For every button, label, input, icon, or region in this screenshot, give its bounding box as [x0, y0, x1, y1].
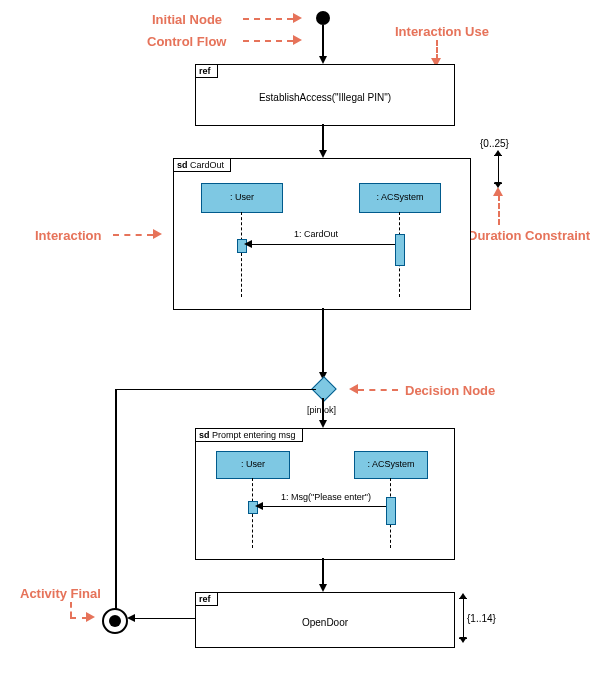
duration-constraint-1-arr-up: [494, 150, 502, 156]
edge-decision-to-final-h: [116, 389, 316, 390]
activation-acsystem-sd2: [386, 497, 396, 525]
duration-constraint-2-text: {1..14}: [467, 613, 496, 624]
edge-initial-to-ref1-arrow: [319, 56, 327, 64]
frame-ref2-text: OpenDoor: [196, 617, 454, 628]
frame-ref2-tab: ref: [195, 592, 218, 606]
pointer-duration-constraint-line: [498, 195, 500, 225]
pointer-decision-node-line: [358, 389, 398, 391]
edge-decision-to-final-v: [115, 389, 117, 613]
pointer-interaction-line: [113, 234, 153, 236]
pointer-interaction-arrow: [153, 229, 162, 239]
duration-constraint-1-arr-down: [494, 182, 502, 188]
frame-ref-opendoor: ref OpenDoor: [195, 592, 455, 648]
frame-sd-cardout: sd CardOut : User : ACSystem 1: CardOut: [173, 158, 471, 310]
activation-acsystem-sd1: [395, 234, 405, 266]
guard-pin-ok: [pin ok]: [307, 405, 336, 415]
frame-sd1-name: CardOut: [190, 160, 224, 170]
initial-node: [316, 11, 330, 25]
edge-ref1-to-sd1: [322, 124, 324, 152]
label-initial-node: Initial Node: [152, 12, 222, 27]
activity-final-node-inner: [109, 615, 121, 627]
frame-ref-establishaccess: ref EstablishAccess("Illegal PIN"): [195, 64, 455, 126]
pointer-activity-final-line1: [70, 602, 72, 617]
edge-sd1-to-decision: [322, 308, 324, 375]
edge-ref2-to-final-arrow: [127, 614, 135, 622]
pointer-control-flow-arrow: [293, 35, 302, 45]
label-duration-constraint: Duration Constraint: [468, 228, 590, 243]
edge-sd2-to-ref2: [322, 558, 324, 586]
frame-ref1-tab: ref: [195, 64, 218, 78]
edge-initial-to-ref1: [322, 25, 324, 60]
message-sd1-arrow: [244, 240, 252, 248]
frame-sd2-name: Prompt entering msg: [212, 430, 296, 440]
frame-ref1-kind: ref: [199, 66, 211, 76]
pointer-initial-node-arrow: [293, 13, 302, 23]
frame-sd2-kind: sd: [199, 430, 210, 440]
duration-constraint-1-line: [498, 155, 499, 183]
lifeline-user-line-sd1: [241, 212, 242, 297]
pointer-decision-node-arrow: [349, 384, 358, 394]
message-sd2-arrow: [255, 502, 263, 510]
label-interaction: Interaction: [35, 228, 101, 243]
message-sd1-text: 1: CardOut: [294, 229, 338, 239]
edge-decision-to-sd2-arrow: [319, 420, 327, 428]
label-interaction-use: Interaction Use: [395, 24, 489, 39]
frame-ref2-kind: ref: [199, 594, 211, 604]
frame-sd1-tab: sd CardOut: [173, 158, 231, 172]
duration-constraint-2-arr-down: [459, 637, 467, 643]
message-sd2-line: [257, 506, 386, 507]
frame-sd-prompt: sd Prompt entering msg : User : ACSystem…: [195, 428, 455, 560]
frame-ref1-text: EstablishAccess("Illegal PIN"): [196, 92, 454, 103]
label-control-flow: Control Flow: [147, 34, 226, 49]
duration-constraint-2-arr-up: [459, 593, 467, 599]
frame-sd2-tab: sd Prompt entering msg: [195, 428, 303, 442]
lifeline-acsystem-head-sd1: : ACSystem: [359, 183, 441, 213]
pointer-interaction-use-line: [436, 40, 438, 60]
lifeline-user-head-sd1: : User: [201, 183, 283, 213]
edge-ref2-to-final: [129, 618, 195, 619]
lifeline-acsystem-head-sd2: : ACSystem: [354, 451, 428, 479]
pointer-activity-final-arrow: [86, 612, 95, 622]
message-sd2-text: 1: Msg("Please enter"): [281, 492, 371, 502]
frame-sd1-kind: sd: [177, 160, 188, 170]
lifeline-user-head-sd2: : User: [216, 451, 290, 479]
activity-final-node: [102, 608, 128, 634]
label-decision-node: Decision Node: [405, 383, 495, 398]
edge-ref1-to-sd1-arrow: [319, 150, 327, 158]
pointer-duration-constraint-arrow: [493, 187, 503, 196]
message-sd1-line: [246, 244, 395, 245]
label-activity-final: Activity Final: [20, 586, 101, 601]
duration-constraint-2-line: [463, 598, 464, 638]
duration-constraint-1-text: {0..25}: [480, 138, 509, 149]
pointer-initial-node-line: [243, 18, 293, 20]
pointer-control-flow-line: [243, 40, 293, 42]
edge-sd2-to-ref2-arrow: [319, 584, 327, 592]
